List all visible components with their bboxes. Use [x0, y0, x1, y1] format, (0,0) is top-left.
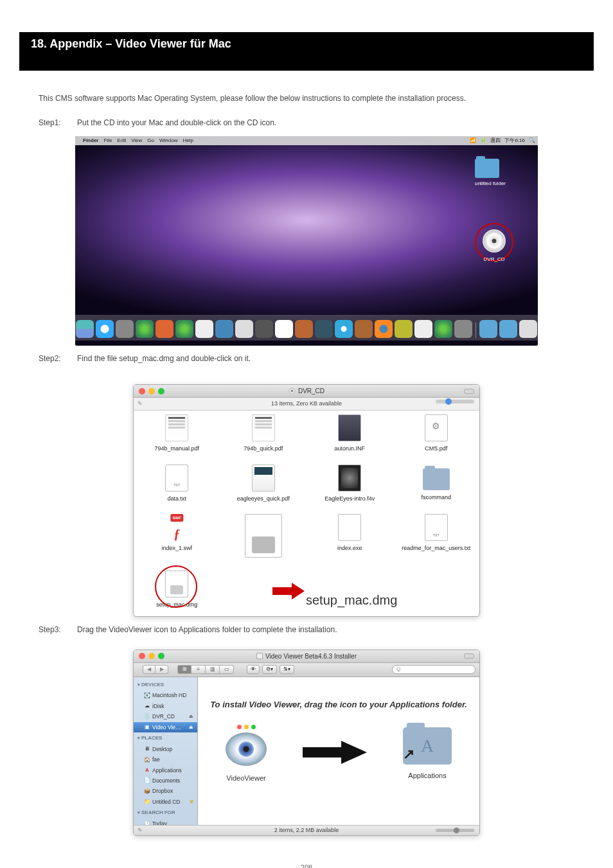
folder-icon	[475, 159, 499, 178]
step-3: Step3: Drag the VideoViewer icon to Appl…	[39, 623, 574, 636]
clock-icon: 🕐	[144, 820, 150, 825]
dock-app-icon	[255, 320, 273, 338]
menubar-app-name: Finder	[83, 136, 98, 145]
videoviewer-app: VideoViewer	[226, 725, 267, 784]
sidebar-item-idisk: ☁iDisk	[134, 701, 197, 711]
file-item	[225, 514, 302, 560]
dropbox-icon: 📦	[144, 788, 150, 795]
dropbox-button: ⇅▾	[280, 665, 294, 674]
sidebar-item-label: fae	[152, 755, 160, 764]
file-label: index_1.swf	[161, 545, 192, 551]
file-item: 794b_manual.pdf	[138, 414, 215, 454]
dock-app-icon	[395, 320, 413, 338]
sidebar-item-label: Macintosh HD	[152, 691, 186, 700]
file-item: data.txt	[138, 465, 215, 504]
zoom-icon	[158, 388, 164, 394]
file-label: autorun.INF	[334, 445, 365, 452]
step-text: Put the CD into your Mac and double-clic…	[77, 116, 574, 129]
step-1: Step1: Put the CD into your Mac and doub…	[39, 116, 574, 129]
dock-app-icon	[454, 320, 472, 338]
close-icon	[237, 725, 242, 729]
dock-app-icon	[315, 320, 333, 338]
svg-marker-1	[303, 741, 367, 764]
finder-file-grid: 794b_manual.pdf 794b_quick.pdf autorun.I…	[134, 411, 479, 616]
sidebar-heading-places: PLACES	[134, 732, 197, 744]
file-label: 794b_manual.pdf	[154, 445, 199, 452]
txt-icon	[425, 514, 448, 541]
finder-status-bar: 13 items, Zero KB available	[134, 398, 479, 411]
sidebar-item-home: 🏠fae	[134, 754, 197, 765]
applications-icon: A	[144, 767, 150, 774]
cd-icon: 💿	[144, 713, 150, 720]
toolbar-toggle-icon	[464, 653, 474, 659]
minimize-icon	[244, 725, 249, 729]
folder-label: untitled folder	[475, 181, 506, 186]
setup-file-slot: setup_mac.dmg	[138, 571, 215, 610]
menubar-clock-time: 下午6:16	[504, 136, 525, 145]
toolbar-toggle-icon	[464, 389, 474, 394]
alias-arrow-icon: ↗	[403, 742, 414, 766]
zoom-icon	[158, 653, 164, 659]
file-item: CMS.pdf	[398, 414, 475, 454]
disk-image-icon	[256, 653, 263, 659]
finder-toolbar: ◀ ▶ ⊞ ≡ ▥ ▭ 👁 ⚙▾ ⇅▾ Q	[134, 663, 479, 677]
file-item: fscommand	[398, 465, 475, 504]
file-label: eagleeyes_quick.pdf	[237, 495, 290, 502]
menubar-item: Edit	[117, 136, 126, 145]
home-icon: 🏠	[144, 756, 150, 763]
menubar-status-icon: 🔋	[480, 136, 486, 145]
sidebar-item-label: Desktop	[152, 745, 172, 754]
step-text: Find the file setup_mac.dmg and double-c…	[77, 352, 574, 365]
applications-folder: ↗ Applications	[403, 727, 452, 782]
icon-view-button: ⊞	[177, 665, 191, 674]
view-switcher: ⊞ ≡ ▥ ▭	[177, 665, 234, 674]
sidebar-item-label: Applications	[152, 766, 182, 775]
finder-titlebar: DVR_CD	[134, 385, 479, 398]
coverflow-view-button: ▭	[220, 665, 234, 674]
menubar-clock-day: 週四	[490, 136, 501, 145]
installer-titlebar: Video Viewer Beta4.6.3 Installer	[134, 650, 479, 663]
list-view-button: ≡	[191, 665, 206, 674]
menubar-item: Window	[159, 136, 177, 145]
sidebar-heading-devices: DEVICES	[134, 679, 197, 691]
file-label: data.txt	[167, 495, 186, 502]
menubar-item: Help	[182, 136, 193, 145]
file-item: EagleEyes-intro.f4v	[311, 465, 388, 504]
eye-icon	[226, 732, 267, 766]
step-label: Step3:	[39, 623, 77, 636]
dock-app-icon	[295, 320, 313, 338]
dock-app-icon	[355, 320, 373, 338]
file-item: eagleeyes_quick.pdf	[225, 465, 302, 504]
sidebar-item-label: DVR_CD	[152, 712, 175, 721]
video-icon	[338, 465, 361, 492]
sidebar-item-dvrcd: 💿DVR_CD⏏	[134, 711, 197, 722]
dock-app-icon	[215, 320, 233, 338]
dock-app-icon	[116, 320, 134, 338]
desktop-icon: 🖥	[144, 746, 150, 752]
pdf-icon	[425, 414, 448, 441]
dock-itunes-icon	[335, 320, 353, 338]
file-item: index.exe	[311, 514, 388, 560]
dock-folder-icon	[479, 320, 497, 338]
eject-icon: ⏏	[189, 723, 193, 731]
sidebar-item-today: 🕐Today	[134, 819, 197, 825]
status-text: 2 items, 2.2 MB available	[274, 826, 339, 835]
cd-icon	[289, 387, 296, 394]
inf-icon	[338, 414, 361, 441]
sidebar-item-applications: AApplications	[134, 765, 197, 775]
dock-safari-icon	[96, 320, 114, 338]
menubar-item: Go	[147, 136, 154, 145]
file-label: fscommand	[421, 494, 451, 500]
sidebar-heading-search: SEARCH FOR	[134, 807, 197, 819]
search-input: Q	[392, 665, 475, 674]
mac-menubar: Finder File Edit View Go Window Help 📶 🔋…	[75, 136, 538, 145]
file-label: CMS.pdf	[425, 445, 447, 452]
burn-icon: ☢	[190, 798, 193, 806]
arrow-icon	[303, 740, 367, 769]
eject-icon: ⏏	[189, 713, 193, 720]
finder-window-dvrcd: DVR_CD 13 items, Zero KB available 794b_…	[133, 384, 480, 617]
step-text: Drag the VideoViewer icon to Application…	[77, 623, 574, 636]
nav-buttons: ◀ ▶	[143, 665, 168, 674]
disk-icon: 💽	[144, 693, 150, 699]
minimize-icon	[148, 653, 155, 659]
